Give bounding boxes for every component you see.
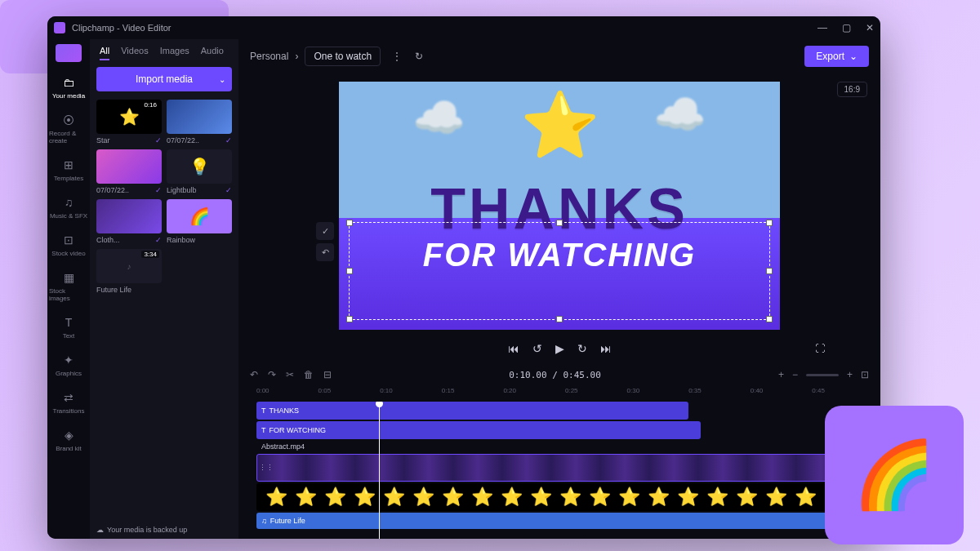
resize-handle[interactable] [346, 316, 353, 322]
nav-transitions[interactable]: ⇄Transitions [49, 385, 88, 420]
check-icon: ✓ [155, 236, 162, 244]
redo-button[interactable]: ↷ [268, 369, 276, 380]
music-icon: ♫ [261, 517, 267, 525]
media-item[interactable]: 07/07/22..✓ [167, 100, 232, 144]
skip-start-button[interactable]: ⏮ [508, 342, 519, 355]
tab-all[interactable]: All [100, 46, 109, 60]
preview-canvas[interactable]: ☁️ ☁️ ⭐ THANKS FOR WATCHING [339, 82, 780, 330]
minimize-button[interactable]: — [817, 22, 827, 33]
timeline: 0:00 0:05 0:10 0:15 0:20 0:25 0:30 0:35 … [238, 387, 880, 539]
nav-text[interactable]: TText [49, 310, 88, 344]
zoom-slider[interactable] [806, 374, 839, 376]
brand-logo-icon [56, 44, 82, 62]
media-thumbnail: ⭐0:16 [96, 100, 162, 134]
resize-handle[interactable] [766, 220, 773, 226]
export-button[interactable]: Export ⌄ [804, 46, 869, 67]
zoom-in-button[interactable]: + [847, 369, 853, 380]
media-item[interactable]: 💡 Lightbulb✓ [167, 149, 232, 194]
edit-handles: ✓ ↶ [316, 222, 334, 261]
resize-handle[interactable] [766, 268, 773, 274]
track-text-2[interactable]: TFOR WATCHING [256, 421, 701, 439]
import-media-button[interactable]: Import media ⌄ [96, 67, 232, 91]
media-item[interactable]: ⭐0:16 Star✓ [96, 100, 162, 144]
music-icon: ♫ [61, 195, 76, 210]
window-controls: — ▢ ✕ [817, 22, 874, 33]
delete-button[interactable]: 🗑 [304, 369, 314, 380]
time-ruler[interactable]: 0:00 0:05 0:10 0:15 0:20 0:25 0:30 0:35 … [245, 387, 874, 402]
media-item[interactable]: 07/07/22..✓ [96, 149, 162, 194]
resize-handle[interactable] [346, 220, 353, 226]
nav-templates[interactable]: ⊞Templates [49, 153, 88, 187]
canvas-text-thanks: THANKS [430, 176, 688, 242]
resize-handle[interactable] [766, 316, 773, 322]
split-button[interactable]: ⊟ [323, 369, 332, 380]
track-text-1[interactable]: TTHANKS [256, 402, 688, 420]
tab-images[interactable]: Images [160, 46, 189, 60]
project-name[interactable]: One to watch [305, 47, 381, 66]
breadcrumb: Personal › One to watch ⋮ ↻ [250, 47, 423, 66]
more-icon[interactable]: ⋮ [392, 51, 402, 62]
app-logo-icon [54, 22, 65, 33]
nav-record-create[interactable]: ⦿Record & create [49, 108, 88, 149]
playhead[interactable] [379, 402, 380, 539]
skip-end-button[interactable]: ⏭ [600, 342, 612, 355]
tab-audio[interactable]: Audio [201, 46, 224, 60]
media-thumbnail [167, 100, 232, 134]
track-video[interactable]: ⋮⋮ [256, 454, 862, 482]
play-button[interactable]: ▶ [555, 342, 564, 355]
maximize-button[interactable]: ▢ [842, 22, 851, 33]
zoom-out-button[interactable]: − [792, 369, 798, 380]
confirm-button[interactable]: ✓ [316, 222, 334, 240]
titlebar: Clipchamp - Video Editor — ▢ ✕ [47, 16, 880, 39]
media-thumbnail: 3:34♪ [96, 249, 162, 283]
close-button[interactable]: ✕ [866, 22, 874, 33]
resize-handle[interactable] [556, 316, 563, 322]
text-icon: T [61, 315, 76, 330]
revert-button[interactable]: ↶ [316, 243, 334, 261]
media-sidebar: All Videos Images Audio Import media ⌄ ⭐… [90, 39, 238, 539]
left-nav: 🗀Your media ⦿Record & create ⊞Templates … [47, 39, 90, 539]
breadcrumb-root[interactable]: Personal [250, 51, 288, 62]
check-icon: ✓ [155, 186, 162, 194]
media-thumbnail [96, 199, 162, 233]
chevron-down-icon: ⌄ [849, 51, 858, 62]
add-button[interactable]: + [778, 369, 784, 380]
rewind-button[interactable]: ↺ [532, 342, 542, 355]
nav-stock-video[interactable]: ⊡Stock video [49, 228, 88, 262]
folder-icon: 🗀 [61, 75, 76, 90]
rainbow-icon: 🌈 [853, 437, 935, 513]
media-item[interactable]: 3:34♪ Future Life [96, 249, 162, 294]
track-audio[interactable]: ♫Future Life [256, 513, 862, 529]
sync-icon[interactable]: ↻ [415, 51, 423, 62]
check-icon: ✓ [225, 136, 232, 144]
media-item[interactable]: 🌈 Rainbow [167, 199, 232, 244]
playback-controls: ⏮ ↺ ▶ ↻ ⏭ ⛶ [238, 335, 880, 362]
templates-icon: ⊞ [61, 158, 76, 172]
forward-button[interactable]: ↻ [577, 342, 587, 355]
nav-your-media[interactable]: 🗀Your media [49, 70, 88, 104]
nav-music-sfx[interactable]: ♫Music & SFX [49, 190, 88, 224]
brand-icon: ◈ [61, 428, 76, 442]
cut-button[interactable]: ✂ [286, 369, 294, 380]
tab-videos[interactable]: Videos [121, 46, 148, 60]
media-grid: ⭐0:16 Star✓ 07/07/22..✓ 07/07/22..✓ 💡 Li… [96, 100, 232, 294]
tracks: TTHANKS TFOR WATCHING Abstract.mp4 ⋮⋮ ⭐⭐… [245, 402, 874, 539]
main-area: 🗀Your media ⦿Record & create ⊞Templates … [47, 39, 880, 539]
window-title: Clipchamp - Video Editor [72, 23, 171, 33]
resize-handle[interactable] [346, 268, 353, 274]
nav-graphics[interactable]: ✦Graphics [49, 348, 88, 382]
chevron-right-icon: › [295, 51, 298, 62]
backup-status: ☁ Your media is backed up [96, 526, 232, 534]
track-stars[interactable]: ⭐⭐⭐⭐⭐⭐⭐⭐⭐⭐⭐⭐⭐⭐⭐⭐⭐⭐⭐⭐ [256, 483, 862, 511]
media-item[interactable]: Cloth...✓ [96, 199, 162, 244]
app-window: Clipchamp - Video Editor — ▢ ✕ 🗀Your med… [47, 16, 880, 539]
undo-button[interactable]: ↶ [250, 369, 258, 380]
aspect-ratio-badge[interactable]: 16:9 [837, 82, 867, 97]
nav-brand-kit[interactable]: ◈Brand kit [49, 423, 88, 457]
fit-button[interactable]: ⊡ [861, 369, 869, 380]
nav-stock-images[interactable]: ▦Stock images [49, 265, 88, 307]
fullscreen-button[interactable]: ⛶ [815, 343, 825, 354]
timeline-toolbar: ↶ ↷ ✂ 🗑 ⊟ 0:10.00 / 0:45.00 + − + ⊡ [238, 362, 880, 387]
text-icon: T [261, 407, 266, 415]
grip-icon[interactable]: ⋮⋮ [259, 464, 274, 472]
